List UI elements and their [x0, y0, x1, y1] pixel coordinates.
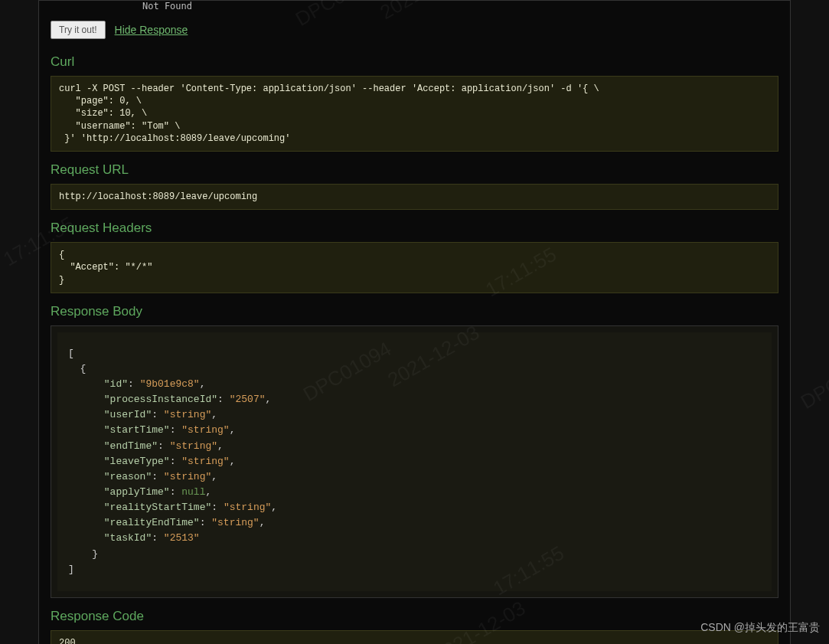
curl-title: Curl [51, 54, 778, 70]
request-headers-title: Request Headers [51, 221, 778, 236]
curl-content: curl -X POST --header 'Content-Type: app… [51, 76, 778, 152]
response-body-json: [ { "id": "9b01e9c8", "processInstanceId… [57, 332, 772, 591]
try-it-out-button[interactable]: Try it out! [51, 21, 106, 39]
hide-response-link[interactable]: Hide Response [115, 24, 188, 36]
response-code-title: Response Code [51, 609, 778, 624]
watermark-diag: DPC01094 [797, 345, 829, 414]
request-url-content: http://localhost:8089/leave/upcoming [51, 184, 778, 210]
action-row: Try it out! Hide Response [51, 13, 778, 44]
not-found-text: Not Found [142, 1, 778, 11]
response-body-box: [ { "id": "9b01e9c8", "processInstanceId… [51, 325, 778, 598]
response-code-content: 200 [51, 630, 778, 644]
request-url-title: Request URL [51, 162, 778, 178]
csdn-watermark: CSDN @掉头发的王富贵 [700, 621, 820, 635]
request-headers-content: { "Accept": "*/*" } [51, 242, 778, 293]
api-panel: Not Found Try it out! Hide Response Curl… [38, 0, 791, 644]
response-body-title: Response Body [51, 304, 778, 319]
